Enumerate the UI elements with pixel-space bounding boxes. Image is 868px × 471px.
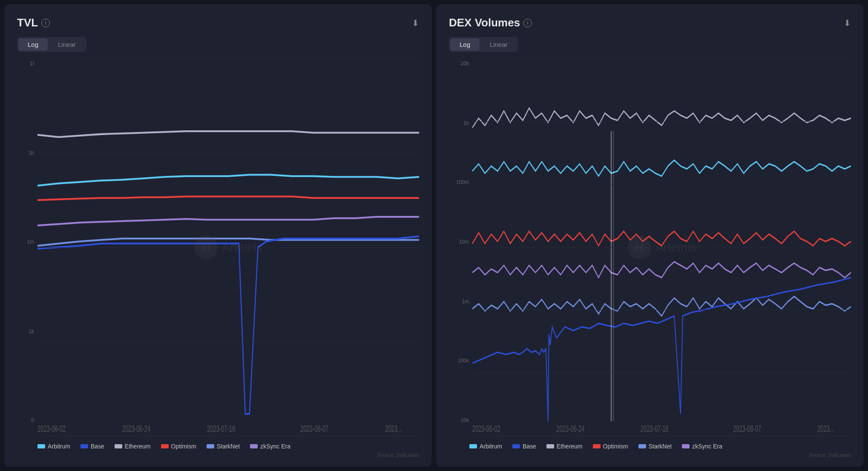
dex-header: DEX Volumes i ⬇ [449,16,851,29]
dex-title-text: DEX Volumes [449,16,520,29]
dex-source: Source: DefiLlama [449,452,851,458]
tvl-title-text: TVL [17,16,38,29]
svg-text:2023-07-16: 2023-07-16 [641,424,669,434]
tvl-linear-btn[interactable]: Linear [49,38,85,51]
svg-text:2023-06-24: 2023-06-24 [557,424,585,434]
legend-ethereum: Ethereum [115,443,151,450]
svg-text:2023-08-07: 2023-08-07 [733,424,761,434]
tvl-log-btn[interactable]: Log [18,38,48,51]
dex-legend: Arbitrum Base Ethereum Optimism StarkNet… [449,443,851,450]
legend-base: Base [80,443,104,450]
grid-line [472,373,851,373]
legend-arbitrum-color [37,444,45,448]
legend-optimism-color [161,444,169,448]
dex-log-btn[interactable]: Log [450,38,480,51]
grid-line [472,310,851,310]
dex-legend-ethereum: Ethereum [546,443,583,450]
dex-legend-optimism: Optimism [593,443,628,450]
tvl-header: TVL i ⬇ [17,16,419,29]
grid-line [37,59,419,59]
dex-info-icon[interactable]: i [523,19,532,27]
tvl-y-axis: 1t 1b 1m 1k 0 [17,59,37,436]
grid-line [472,247,851,248]
grid-line [472,184,851,185]
legend-starknet: StarkNet [207,443,240,450]
dex-linear-btn[interactable]: Linear [480,38,517,51]
svg-text:2023-07-16: 2023-07-16 [207,424,235,434]
legend-base-color [80,444,88,448]
dex-download-icon[interactable]: ⬇ [844,18,851,28]
dex-panel: DEX Volumes i ⬇ Log Linear 10b 1b 100m 1… [436,4,864,467]
svg-text:2023-06-02: 2023-06-02 [37,424,66,434]
tvl-chart-inner: H Artemis [37,59,419,436]
svg-text:2023...: 2023... [385,424,402,434]
svg-text:2023-06-02: 2023-06-02 [472,424,500,434]
dex-legend-zksync: zkSync Era [682,443,722,450]
tvl-download-icon[interactable]: ⬇ [412,18,419,28]
dex-title: DEX Volumes i [449,16,532,29]
grid-line [472,59,851,59]
dex-chart-inner: H Artemis [472,59,851,436]
tvl-title: TVL i [17,16,50,29]
dex-legend-starknet-color [638,444,646,448]
legend-arbitrum: Arbitrum [37,443,70,450]
dex-legend-arbitrum: Arbitrum [469,443,502,450]
grid-line [37,342,419,342]
legend-starknet-color [207,444,214,448]
tvl-toggle-group: Log Linear [17,37,86,52]
svg-text:2023...: 2023... [817,424,834,434]
tvl-legend: Arbitrum Base Ethereum Optimism StarkNet… [17,443,419,450]
tvl-source: Source: DefiLlama [17,452,419,458]
svg-text:2023-06-24: 2023-06-24 [122,424,150,434]
dex-legend-optimism-color [593,444,601,448]
tvl-chart-area: 1t 1b 1m 1k 0 H Artemis [17,59,419,436]
dex-legend-base: Base [512,443,536,450]
legend-ethereum-color [115,444,122,448]
tvl-info-icon[interactable]: i [41,19,50,27]
legend-optimism: Optimism [161,443,196,450]
legend-zksync-color [250,444,258,448]
charts-container: TVL i ⬇ Log Linear 1t 1b 1m 1k 0 [0,0,868,471]
dex-legend-starknet: StarkNet [638,443,672,450]
tvl-panel: TVL i ⬇ Log Linear 1t 1b 1m 1k 0 [4,4,432,467]
dex-toggle-group: Log Linear [449,37,518,52]
dex-chart-area: 10b 1b 100m 10m 1m 100k 10k H Artemi [449,59,851,436]
dex-legend-ethereum-color [546,444,554,448]
grid-line [37,247,419,248]
dex-y-axis: 10b 1b 100m 10m 1m 100k 10k [449,59,472,436]
grid-line [37,153,419,153]
legend-zksync: zkSync Era [250,443,290,450]
dex-legend-zksync-color [682,444,690,448]
grid-line [472,121,851,122]
dex-legend-base-color [512,444,520,448]
dex-legend-arbitrum-color [469,444,477,448]
svg-text:2023-08-07: 2023-08-07 [300,424,328,434]
